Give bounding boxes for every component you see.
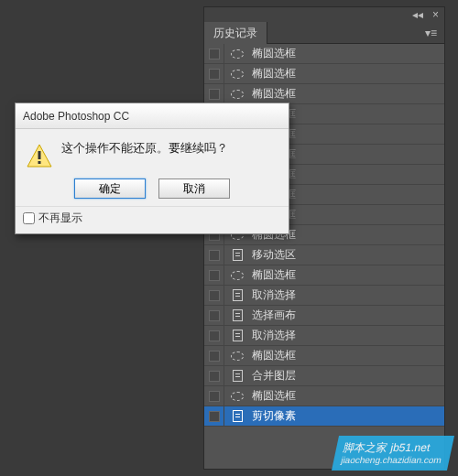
history-row[interactable]: 选择画布 <box>204 306 444 326</box>
history-row-label: 椭圆选框 <box>250 66 444 81</box>
flyout-menu-icon[interactable]: ▾≡ <box>418 27 444 39</box>
history-row-label: 椭圆选框 <box>250 348 444 363</box>
document-icon <box>224 370 250 382</box>
history-visibility-toggle[interactable] <box>204 366 224 386</box>
history-row-label: 合并图层 <box>250 368 444 384</box>
tab-history[interactable]: 历史记录 <box>204 22 267 44</box>
history-visibility-toggle[interactable] <box>204 245 224 265</box>
history-row-label: 移动选区 <box>250 247 444 263</box>
cancel-button[interactable]: 取消 <box>158 178 230 199</box>
history-row-label: 椭圆选框 <box>250 388 444 404</box>
ellipse-marquee-icon <box>224 352 250 361</box>
history-row[interactable]: 取消选择 <box>204 326 444 346</box>
history-visibility-toggle[interactable] <box>204 326 224 346</box>
history-visibility-toggle[interactable] <box>204 286 224 306</box>
ellipse-marquee-icon <box>224 49 250 59</box>
panel-tabs: 历史记录 ▾≡ <box>204 22 444 44</box>
history-row-label: 椭圆选框 <box>250 46 444 61</box>
dialog-body: 这个操作不能还原。要继续吗？ <box>16 129 289 175</box>
history-row-label: 椭圆选框 <box>250 86 444 102</box>
ellipse-marquee-icon <box>224 392 250 401</box>
collapse-icon[interactable]: ◂◂ <box>412 8 423 21</box>
history-visibility-toggle[interactable] <box>204 386 224 406</box>
watermark-line2: jiaocheng.chazidian.com <box>340 454 442 467</box>
history-row[interactable]: 取消选择 <box>204 286 444 306</box>
history-row-label: 选择画布 <box>250 308 444 323</box>
history-row[interactable]: 椭圆选框 <box>204 84 444 104</box>
history-row[interactable]: 椭圆选框 <box>204 64 444 84</box>
history-visibility-toggle[interactable] <box>204 346 224 366</box>
dont-show-checkbox[interactable] <box>23 212 35 224</box>
history-list: 椭圆选框椭圆选框椭圆选框椭圆选框椭圆选框椭圆选框椭圆选框椭圆选框椭圆选框椭圆选框… <box>204 44 444 427</box>
document-icon <box>224 289 250 301</box>
history-row[interactable]: 椭圆选框 <box>204 44 444 64</box>
ellipse-marquee-icon <box>224 271 250 280</box>
document-icon <box>224 309 250 321</box>
dialog-footer: 不再显示 <box>16 206 289 233</box>
ellipse-marquee-icon <box>224 70 250 79</box>
history-visibility-toggle[interactable] <box>204 84 224 104</box>
history-row-label: 椭圆选框 <box>250 267 444 283</box>
svg-rect-1 <box>38 151 41 159</box>
panel-topbar: ◂◂ × <box>204 7 444 22</box>
history-row-label: 取消选择 <box>250 287 444 303</box>
history-visibility-toggle[interactable] <box>204 64 224 84</box>
history-row-label: 取消选择 <box>250 328 444 343</box>
history-visibility-toggle[interactable] <box>204 44 224 64</box>
history-row[interactable]: 椭圆选框 <box>204 386 444 406</box>
close-icon[interactable]: × <box>432 8 439 21</box>
dialog-message: 这个操作不能还原。要继续吗？ <box>61 138 228 168</box>
ok-button[interactable]: 确定 <box>74 178 146 199</box>
watermark: 脚本之家 jb51.net jiaocheng.chazidian.com <box>332 436 454 471</box>
document-icon <box>224 249 250 261</box>
ellipse-marquee-icon <box>224 90 250 99</box>
document-icon <box>224 410 250 422</box>
history-visibility-toggle[interactable] <box>204 306 224 326</box>
history-visibility-toggle[interactable] <box>204 265 224 286</box>
history-panel: ◂◂ × 历史记录 ▾≡ 椭圆选框椭圆选框椭圆选框椭圆选框椭圆选框椭圆选框椭圆选… <box>203 6 445 470</box>
watermark-line1: 脚本之家 jb51.net <box>343 441 431 454</box>
history-row[interactable]: 剪切像素 <box>204 406 444 427</box>
history-row[interactable]: 椭圆选框 <box>204 265 444 286</box>
confirm-dialog: Adobe Photoshop CC 这个操作不能还原。要继续吗？ 确定 取消 … <box>15 103 289 234</box>
svg-rect-2 <box>38 161 41 164</box>
history-row[interactable]: 椭圆选框 <box>204 346 444 366</box>
dialog-buttons: 确定 取消 <box>16 175 289 206</box>
dialog-title: Adobe Photoshop CC <box>16 103 289 129</box>
document-icon <box>224 330 250 341</box>
history-row-label: 剪切像素 <box>250 408 444 424</box>
history-row[interactable]: 移动选区 <box>204 245 444 265</box>
dont-show-label[interactable]: 不再显示 <box>38 211 82 226</box>
history-row[interactable]: 合并图层 <box>204 366 444 386</box>
warning-icon <box>27 144 52 168</box>
history-visibility-toggle[interactable] <box>204 406 224 427</box>
